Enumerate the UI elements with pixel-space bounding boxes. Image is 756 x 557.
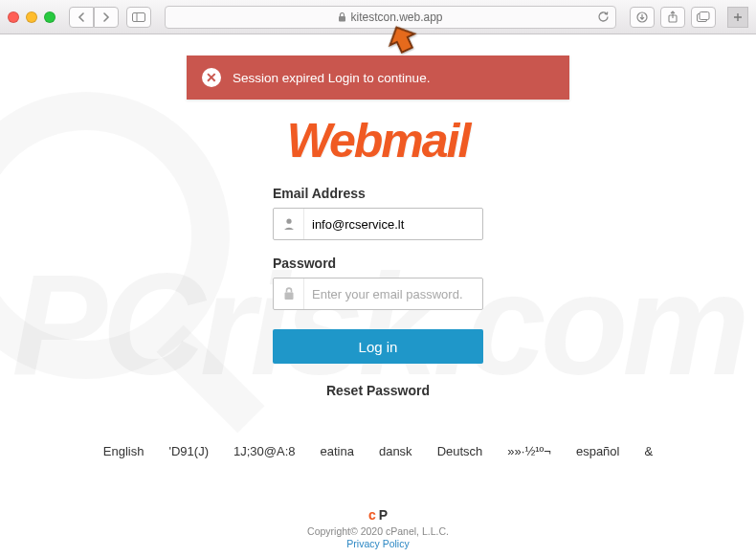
webmail-logo: Webmail [187, 113, 569, 168]
lang-option[interactable]: & [644, 444, 653, 458]
login-button[interactable]: Log in [273, 329, 483, 364]
email-input[interactable] [304, 217, 482, 232]
right-toolbar [630, 7, 716, 28]
lang-option[interactable]: 1J;30@A:8 [233, 444, 296, 458]
lock-icon [338, 12, 346, 22]
svg-point-7 [286, 219, 291, 224]
error-icon: ✕ [202, 68, 221, 87]
close-window-button[interactable] [8, 11, 19, 23]
lang-option[interactable]: español [576, 444, 620, 458]
alert-text: Session expired Login to continue. [233, 71, 430, 85]
reset-password-link[interactable]: Reset Password [273, 383, 483, 398]
lang-option[interactable]: eatina [321, 444, 354, 458]
lang-option[interactable]: »»·½¹º¬ [507, 444, 551, 458]
cpanel-logo: cP [368, 507, 388, 523]
lang-option[interactable]: dansk [379, 444, 412, 458]
maximize-window-button[interactable] [44, 11, 56, 23]
password-input[interactable] [304, 287, 482, 301]
share-button[interactable] [660, 7, 685, 28]
email-label: Email Address [273, 186, 483, 201]
new-tab-button[interactable] [727, 7, 748, 28]
nav-buttons [69, 7, 119, 28]
svg-rect-0 [133, 12, 145, 21]
user-icon [274, 209, 304, 239]
password-label: Password [273, 256, 483, 271]
sidebar-button[interactable] [126, 7, 151, 28]
svg-rect-6 [700, 12, 709, 20]
email-field-wrapper [273, 208, 483, 240]
lang-option[interactable]: Deutsch [437, 444, 483, 458]
address-bar[interactable]: kitestcon.web.app [165, 6, 616, 29]
browser-toolbar: kitestcon.web.app [0, 0, 756, 34]
lang-option[interactable]: English [103, 444, 145, 458]
session-alert: ✕ Session expired Login to continue. [187, 56, 569, 100]
minimize-window-button[interactable] [26, 11, 37, 23]
tabs-button[interactable] [691, 7, 716, 28]
password-field-wrapper [273, 278, 483, 310]
page-footer: cP Copyright© 2020 cPanel, L.L.C. Privac… [0, 507, 756, 549]
svg-rect-8 [284, 293, 293, 301]
login-form: Email Address Password Log in Reset Pass… [273, 186, 483, 398]
forward-button[interactable] [94, 7, 119, 28]
password-lock-icon [274, 278, 304, 309]
reload-button[interactable] [597, 11, 610, 23]
window-controls [8, 11, 56, 23]
privacy-link[interactable]: Privacy Policy [0, 538, 756, 549]
back-button[interactable] [69, 7, 94, 28]
svg-rect-2 [339, 16, 345, 22]
downloads-button[interactable] [630, 7, 655, 28]
lang-option[interactable]: 'D91(J) [168, 444, 209, 458]
language-selector: English 'D91(J) 1J;30@A:8 eatina dansk D… [0, 444, 756, 458]
url-text: kitestcon.web.app [350, 11, 442, 24]
copyright-text: Copyright© 2020 cPanel, L.L.C. [0, 525, 756, 537]
